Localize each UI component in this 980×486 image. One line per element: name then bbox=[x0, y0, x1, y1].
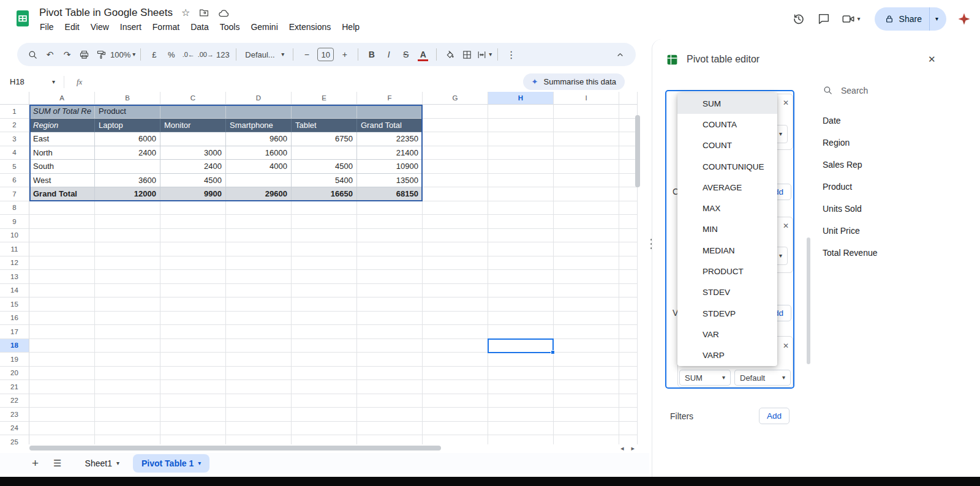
cell-C18[interactable] bbox=[160, 339, 226, 353]
column-header-D[interactable]: D bbox=[226, 92, 292, 105]
cell-F25[interactable] bbox=[357, 435, 423, 444]
cell-C12[interactable] bbox=[160, 256, 226, 271]
more-options-button[interactable]: ⋮ bbox=[503, 47, 519, 63]
column-header-B[interactable]: B bbox=[95, 92, 160, 105]
cell-I1[interactable] bbox=[554, 105, 619, 119]
cell-A19[interactable] bbox=[29, 353, 95, 367]
cell-H20[interactable] bbox=[488, 367, 554, 381]
aggregation-option-stdev[interactable]: STDEV bbox=[677, 282, 777, 303]
cell-G21[interactable] bbox=[423, 380, 488, 394]
cell-D12[interactable] bbox=[226, 256, 292, 271]
cell-F7[interactable]: 68150 bbox=[357, 187, 423, 201]
cell-A17[interactable] bbox=[29, 325, 95, 339]
column-header-F[interactable]: F bbox=[357, 92, 423, 105]
cell-I21[interactable] bbox=[554, 380, 619, 394]
menu-gemini[interactable]: Gemini bbox=[245, 21, 283, 33]
cell-F23[interactable] bbox=[357, 408, 423, 422]
cell-I8[interactable] bbox=[554, 201, 619, 215]
cell-G2[interactable] bbox=[423, 119, 488, 133]
field-region[interactable]: Region bbox=[823, 135, 878, 149]
cell-C11[interactable] bbox=[160, 242, 226, 256]
tab-pivot-table-1[interactable]: Pivot Table 1▾ bbox=[133, 454, 209, 473]
cell-F24[interactable] bbox=[357, 422, 423, 436]
cell-D6[interactable] bbox=[226, 174, 292, 188]
cell-B18[interactable] bbox=[95, 339, 160, 353]
cell-A23[interactable] bbox=[29, 408, 95, 422]
cell-H16[interactable] bbox=[488, 312, 554, 326]
cell-A5[interactable]: South bbox=[29, 160, 95, 174]
cell-H10[interactable] bbox=[488, 229, 554, 243]
cell-E1[interactable] bbox=[292, 105, 357, 119]
cell-A3[interactable]: East bbox=[29, 132, 95, 146]
scroll-right-icon[interactable]: ▸ bbox=[631, 444, 635, 452]
cell-I3[interactable] bbox=[554, 132, 619, 146]
remove-field-icon[interactable]: ✕ bbox=[783, 99, 789, 107]
cell-D2[interactable]: Smartphone bbox=[226, 119, 292, 133]
scroll-left-icon[interactable]: ◂ bbox=[620, 444, 624, 452]
menu-help[interactable]: Help bbox=[336, 21, 365, 33]
cell-H6[interactable] bbox=[488, 174, 554, 188]
cell-D14[interactable] bbox=[226, 284, 292, 298]
menu-data[interactable]: Data bbox=[185, 21, 214, 33]
cell-H5[interactable] bbox=[488, 160, 554, 174]
cell-H14[interactable] bbox=[488, 284, 554, 298]
cell-G16[interactable] bbox=[423, 312, 488, 326]
cell-C7[interactable]: 9900 bbox=[160, 187, 226, 201]
row-header-19[interactable]: 19 bbox=[0, 353, 29, 367]
cell-D5[interactable]: 4000 bbox=[226, 160, 292, 174]
menu-format[interactable]: Format bbox=[147, 21, 185, 33]
row-header-22[interactable]: 22 bbox=[0, 394, 29, 408]
aggregation-option-median[interactable]: MEDIAN bbox=[677, 240, 777, 261]
cell-E24[interactable] bbox=[292, 422, 357, 436]
cell-I15[interactable] bbox=[554, 297, 619, 312]
cell-G14[interactable] bbox=[423, 284, 488, 298]
cell-B2[interactable]: Laptop bbox=[95, 119, 160, 133]
cell-I5[interactable] bbox=[554, 160, 619, 174]
cell-D17[interactable] bbox=[226, 325, 292, 339]
cell-B21[interactable] bbox=[95, 380, 160, 394]
row-header-17[interactable]: 17 bbox=[0, 325, 29, 339]
row-header-1[interactable]: 1 bbox=[0, 105, 29, 119]
close-panel-icon[interactable]: ✕ bbox=[928, 54, 936, 65]
cell-E4[interactable] bbox=[292, 146, 357, 160]
cell-A12[interactable] bbox=[29, 256, 95, 271]
name-box[interactable]: H18 ▾ bbox=[0, 77, 61, 86]
field-total-revenue[interactable]: Total Revenue bbox=[823, 245, 878, 260]
cell-I11[interactable] bbox=[554, 242, 619, 256]
share-button[interactable]: Share ▾ bbox=[875, 7, 946, 31]
cell-H8[interactable] bbox=[488, 201, 554, 215]
cell-B20[interactable] bbox=[95, 367, 160, 381]
cell-I12[interactable] bbox=[554, 256, 619, 271]
cell-A8[interactable] bbox=[29, 201, 95, 215]
cell-C1[interactable] bbox=[160, 105, 226, 119]
aggregation-option-stdevp[interactable]: STDEVP bbox=[677, 303, 777, 324]
cell-E8[interactable] bbox=[292, 201, 357, 215]
italic-button[interactable]: I bbox=[380, 47, 397, 63]
cell-A14[interactable] bbox=[29, 284, 95, 298]
aggregation-option-sum[interactable]: SUM bbox=[677, 93, 777, 114]
fill-handle[interactable] bbox=[551, 350, 555, 354]
cell-H12[interactable] bbox=[488, 256, 554, 271]
cell-D10[interactable] bbox=[226, 229, 292, 243]
cell-E6[interactable]: 5400 bbox=[292, 174, 357, 188]
cell-D19[interactable] bbox=[226, 353, 292, 367]
cell-E25[interactable] bbox=[292, 435, 357, 444]
cell-B8[interactable] bbox=[95, 201, 160, 215]
cell-I20[interactable] bbox=[554, 367, 619, 381]
cell-G22[interactable] bbox=[423, 394, 488, 408]
cell-F3[interactable]: 22350 bbox=[357, 132, 423, 146]
percent-format-button[interactable]: % bbox=[163, 47, 179, 63]
cell-F20[interactable] bbox=[357, 367, 423, 381]
cell-H15[interactable] bbox=[488, 297, 554, 312]
cell-F6[interactable]: 13500 bbox=[357, 174, 423, 188]
remove-field-icon[interactable]: ✕ bbox=[783, 342, 789, 350]
cell-C21[interactable] bbox=[160, 380, 226, 394]
menu-tools[interactable]: Tools bbox=[214, 21, 246, 33]
vertical-scroll-thumb[interactable] bbox=[635, 115, 640, 187]
row-header-7[interactable]: 7 bbox=[0, 187, 29, 201]
cell-G19[interactable] bbox=[423, 353, 488, 367]
cell-I24[interactable] bbox=[554, 422, 619, 436]
select-all-corner[interactable] bbox=[0, 92, 29, 105]
collapse-toolbar-button[interactable] bbox=[612, 47, 628, 63]
cell-E16[interactable] bbox=[292, 312, 357, 326]
